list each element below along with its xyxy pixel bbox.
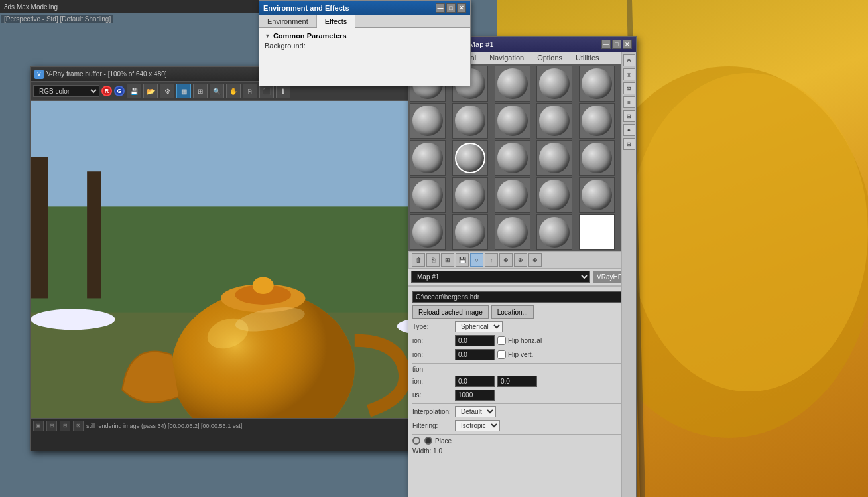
place-label: Place (435, 437, 475, 445)
multiplier-input[interactable] (455, 390, 495, 401)
display-btn[interactable]: ⊞ (193, 84, 208, 98)
pan-btn[interactable]: ✋ (226, 84, 241, 98)
sphere-1-5[interactable] (579, 66, 615, 102)
tab-effects[interactable]: Effects (317, 15, 355, 28)
channel-r-btn[interactable]: R (101, 86, 112, 96)
tool-paste[interactable]: ⊞ (441, 253, 454, 267)
sphere-3-2[interactable] (452, 140, 488, 176)
tab-environment[interactable]: Environment (259, 15, 317, 27)
section-arrow: ▼ (265, 33, 271, 39)
rot-y-input[interactable] (497, 376, 537, 387)
status-btn-1[interactable]: ▣ (33, 421, 44, 431)
right-btn-3[interactable]: ⊠ (623, 82, 635, 94)
right-btn-5[interactable]: ⊞ (623, 110, 635, 122)
flip-horiz-checkbox[interactable] (497, 336, 506, 345)
right-btn-1[interactable]: ⊕ (623, 54, 635, 66)
sphere-3-1[interactable] (410, 140, 446, 176)
sphere-5-3[interactable] (495, 214, 530, 250)
clone-btn[interactable]: ⎘ (243, 84, 257, 98)
sphere-4-1[interactable] (410, 177, 446, 213)
vert-rot-input[interactable] (455, 349, 495, 360)
file-path-input[interactable] (412, 291, 632, 303)
filtering-row: Filtering: Isotropic (412, 420, 632, 431)
map-name-select[interactable]: Map #1 (411, 271, 590, 283)
tool-delete[interactable]: 🗑 (412, 253, 425, 267)
location-btn[interactable]: Location... (491, 305, 534, 319)
status-btn-2[interactable]: ⊞ (46, 421, 57, 431)
maximize-btn[interactable]: □ (446, 3, 456, 13)
sphere-1-3[interactable] (495, 66, 530, 102)
menu-utilities[interactable]: Utilities (569, 52, 605, 64)
env-effects-dialog: Environment and Effects — □ ✕ Environmen… (259, 0, 471, 86)
tool-active[interactable]: ○ (470, 253, 483, 267)
sphere-2-1[interactable] (410, 103, 446, 139)
sphere-4-4[interactable] (536, 177, 572, 213)
flip-vert-checkbox[interactable] (497, 350, 506, 359)
horiz-rot-input[interactable] (455, 335, 495, 346)
right-btn-6[interactable]: ✦ (623, 124, 635, 136)
rot-x-label: ion: (412, 378, 452, 385)
status-btn-3[interactable]: ⊟ (60, 421, 70, 431)
sphere-3-3[interactable] (495, 140, 530, 176)
status-text: still rendering image (pass 34) [00:00:0… (86, 423, 441, 429)
channel-g-btn[interactable]: G (114, 86, 125, 96)
env-effects-titlebar[interactable]: Environment and Effects — □ ✕ (259, 1, 470, 15)
mat-titlebar-controls: — □ ✕ (601, 40, 632, 49)
sphere-2-3[interactable] (495, 103, 530, 139)
interpolation-select[interactable]: Default (455, 406, 496, 417)
sphere-3-5[interactable] (579, 140, 615, 176)
spheres-area: ⊕ ◎ ⊠ ≡ ⊞ ✦ ⊟ (408, 64, 636, 251)
reload-btn[interactable]: Reload cached image (412, 305, 489, 319)
sphere-2-5[interactable] (579, 103, 615, 139)
mat-maximize[interactable]: □ (612, 40, 621, 49)
svg-rect-8 (31, 157, 48, 298)
sphere-5-4[interactable] (536, 214, 572, 250)
settings-btn[interactable]: ⚙ (160, 84, 174, 98)
right-btn-4[interactable]: ≡ (623, 96, 635, 108)
type-select[interactable]: Spherical (455, 321, 503, 332)
radio-place-row: Place (412, 437, 632, 445)
flip-horiz-label[interactable]: Flip horiz.al (497, 336, 542, 345)
mat-minimize[interactable]: — (601, 40, 611, 49)
sphere-5-2[interactable] (452, 214, 488, 250)
mat-close[interactable]: ✕ (623, 40, 632, 49)
tool-misc-3[interactable]: ⊕ (528, 253, 542, 267)
tool-nav[interactable]: ↑ (485, 253, 498, 267)
mat-toolbar-row: 🗑 ⎘ ⊞ 💾 ○ ↑ ⊕ ⊕ ⊕ (408, 251, 636, 269)
tool-copy[interactable]: ⎘ (426, 253, 440, 267)
radio-btn-2[interactable] (424, 437, 432, 445)
vert-rot-label: ion: (412, 351, 452, 358)
render-region-btn[interactable]: ▦ (176, 84, 191, 98)
close-btn[interactable]: ✕ (457, 3, 466, 13)
right-btn-7[interactable]: ⊟ (623, 138, 635, 150)
filtering-select[interactable]: Isotropic (455, 420, 500, 431)
menu-navigation[interactable]: Navigation (483, 52, 530, 64)
minimize-btn[interactable]: — (436, 3, 445, 13)
save-btn[interactable]: 💾 (127, 84, 141, 98)
background-label: Background: (265, 42, 306, 50)
sphere-4-5[interactable] (579, 177, 615, 213)
app-title: 3ds Max Modeling (4, 3, 58, 11)
sphere-5-5[interactable] (579, 214, 615, 250)
tool-misc-1[interactable]: ⊕ (499, 253, 513, 267)
rot-x-input[interactable] (455, 376, 495, 387)
sphere-5-1[interactable] (410, 214, 446, 250)
sphere-2-4[interactable] (536, 103, 572, 139)
tool-save[interactable]: 💾 (456, 253, 469, 267)
zoom-btn[interactable]: 🔍 (210, 84, 224, 98)
tool-misc-2[interactable]: ⊕ (514, 253, 527, 267)
sphere-2-2[interactable] (452, 103, 488, 139)
sphere-1-4[interactable] (536, 66, 572, 102)
right-btn-2[interactable]: ◎ (623, 68, 635, 80)
color-mode-select[interactable]: RGB color (33, 85, 99, 97)
radio-btn-1[interactable] (412, 437, 420, 445)
menu-options[interactable]: Options (530, 52, 569, 64)
render-svg (31, 101, 457, 418)
sphere-3-4[interactable] (536, 140, 572, 176)
flip-vert-label[interactable]: Flip vert. (497, 350, 533, 359)
status-btn-4[interactable]: ⊠ (73, 421, 84, 431)
svg-point-1 (629, 73, 868, 391)
sphere-4-3[interactable] (495, 177, 530, 213)
open-btn[interactable]: 📂 (143, 84, 158, 98)
sphere-4-2[interactable] (452, 177, 488, 213)
